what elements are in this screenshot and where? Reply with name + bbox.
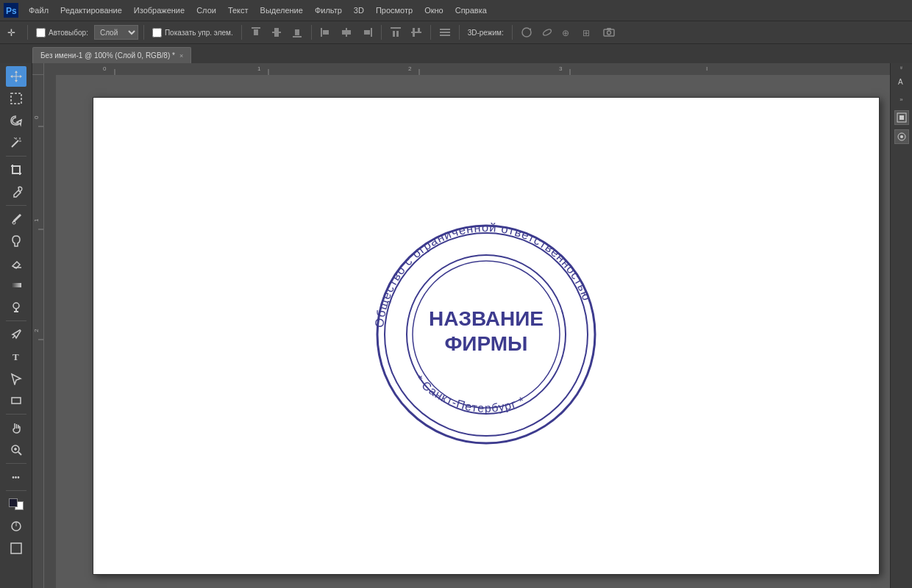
- toolbar-sep-4: [311, 25, 312, 40]
- stamp-svg: Общество с ограниченной ответственностью…: [368, 217, 604, 452]
- tabbar: Без имени-1 @ 100% (Слой 0, RGB/8) * ×: [0, 44, 912, 63]
- svg-text:Ps: Ps: [6, 6, 17, 16]
- extra-btn-1[interactable]: [436, 25, 454, 40]
- svg-rect-78: [899, 115, 904, 120]
- slide-3d-button[interactable]: ⊞: [580, 25, 597, 40]
- app-logo: Ps: [3, 2, 19, 18]
- canvas-area: 0 1 2 3 I 0 1: [32, 63, 890, 588]
- tool-lasso[interactable]: [6, 110, 26, 131]
- tool-screen-mode[interactable]: [6, 538, 26, 559]
- tool-quick-mask[interactable]: [6, 516, 26, 537]
- align-top-button[interactable]: [247, 25, 265, 40]
- 3d-mode-label: 3D-режим:: [465, 27, 507, 38]
- svg-rect-14: [347, 30, 351, 35]
- orbit-3d-button[interactable]: [538, 25, 556, 40]
- document-tab[interactable]: Без имени-1 @ 100% (Слой 0, RGB/8) * ×: [32, 47, 191, 63]
- svg-text:T: T: [13, 351, 19, 362]
- options-bar: ✛ Автовыбор: Слой Группа Показать упр. э…: [0, 21, 912, 44]
- svg-rect-12: [346, 28, 347, 37]
- tool-dodge[interactable]: [6, 297, 26, 318]
- tool-type[interactable]: T: [6, 346, 26, 367]
- camera-3d-button[interactable]: [600, 25, 618, 40]
- canvas-scroll-area: Общество с ограниченной ответственностью…: [56, 75, 890, 588]
- align-right-button[interactable]: [358, 25, 376, 40]
- align-vcenter-button[interactable]: [268, 25, 285, 40]
- tool-hand[interactable]: [6, 417, 26, 438]
- right-btn-expand[interactable]: »: [894, 91, 910, 107]
- panel-icon-2[interactable]: [894, 129, 909, 144]
- menu-help[interactable]: Справка: [450, 4, 492, 16]
- firm-name-line1: НАЗВАНИЕ: [429, 307, 544, 330]
- align-hcenter-button[interactable]: [338, 25, 355, 40]
- tool-eraser[interactable]: [6, 253, 26, 273]
- tool-crop[interactable]: [6, 159, 26, 180]
- menu-image[interactable]: Изображение: [129, 4, 190, 16]
- menu-window[interactable]: Окно: [419, 4, 449, 16]
- menu-edit[interactable]: Редактирование: [55, 4, 127, 16]
- svg-rect-10: [321, 28, 322, 37]
- tab-close-button[interactable]: ×: [179, 52, 183, 60]
- svg-text:I: I: [706, 65, 708, 72]
- svg-line-50: [18, 452, 21, 455]
- right-panel: » A »: [890, 63, 912, 588]
- tool-extra[interactable]: •••: [6, 467, 26, 487]
- tool-brush[interactable]: [6, 209, 26, 229]
- autoselect-checkbox[interactable]: [36, 28, 46, 37]
- autoselect-checkbox-container: Автовыбор:: [33, 26, 91, 39]
- align-bottom-button[interactable]: [288, 25, 306, 40]
- autoselect-dropdown[interactable]: Слой Группа: [94, 25, 138, 40]
- document-canvas: Общество с ограниченной ответственностью…: [93, 97, 880, 575]
- menu-3d[interactable]: 3D: [349, 4, 369, 16]
- svg-rect-13: [342, 30, 346, 35]
- menu-view[interactable]: Просмотр: [371, 4, 418, 16]
- tool-clone-stamp[interactable]: [6, 231, 26, 251]
- svg-text:⊞: ⊞: [583, 28, 590, 38]
- ruler-left: 0 1 2: [32, 75, 44, 588]
- svg-rect-25: [440, 32, 450, 33]
- right-btn-panel1[interactable]: A: [894, 74, 910, 90]
- panel-icon-1[interactable]: [894, 110, 909, 125]
- ruler-top: 0 1 2 3 I: [32, 63, 890, 75]
- svg-text:1: 1: [33, 218, 40, 222]
- svg-rect-22: [418, 28, 420, 32]
- collapse-button[interactable]: »: [898, 66, 905, 69]
- toolbar-sep-5: [381, 25, 382, 40]
- tool-move[interactable]: [6, 66, 26, 87]
- tool-rectangle-shape[interactable]: [6, 390, 26, 411]
- svg-rect-5: [272, 32, 281, 33]
- tool-magic-wand[interactable]: [6, 132, 26, 153]
- tool-zoom[interactable]: [6, 440, 26, 460]
- svg-point-80: [900, 135, 903, 138]
- menu-text[interactable]: Текст: [223, 4, 254, 16]
- pan-3d-button[interactable]: ⊕: [559, 25, 577, 40]
- tool-colors[interactable]: [6, 494, 26, 514]
- svg-rect-34: [11, 93, 21, 104]
- tool-sep-3: [6, 320, 26, 321]
- svg-rect-18: [393, 31, 395, 37]
- tool-eyedropper[interactable]: [6, 182, 26, 202]
- menu-file[interactable]: Файл: [24, 4, 54, 16]
- show-transform-checkbox[interactable]: [152, 28, 162, 37]
- svg-rect-4: [254, 29, 258, 35]
- svg-point-32: [607, 31, 610, 35]
- rotate-3d-button[interactable]: [518, 25, 535, 40]
- distribute-vcenter-button[interactable]: [407, 25, 425, 40]
- distribute-top-button[interactable]: [387, 25, 405, 40]
- menu-filter[interactable]: Фильтр: [310, 4, 347, 16]
- align-left-button[interactable]: [317, 25, 335, 40]
- tool-select-rect[interactable]: [6, 88, 26, 109]
- svg-rect-21: [413, 28, 415, 32]
- svg-rect-23: [413, 33, 415, 37]
- svg-rect-6: [274, 28, 279, 32]
- tool-gradient[interactable]: [6, 275, 26, 295]
- svg-text:A: A: [898, 78, 903, 86]
- svg-text:0: 0: [33, 115, 40, 119]
- menu-selection[interactable]: Выделение: [255, 4, 308, 16]
- tool-pen[interactable]: [6, 324, 26, 345]
- menu-layers[interactable]: Слои: [191, 4, 221, 16]
- tool-path-select[interactable]: [6, 368, 26, 389]
- svg-rect-33: [607, 28, 611, 30]
- svg-text:0: 0: [103, 65, 107, 72]
- svg-rect-16: [364, 30, 370, 35]
- svg-rect-48: [12, 398, 21, 404]
